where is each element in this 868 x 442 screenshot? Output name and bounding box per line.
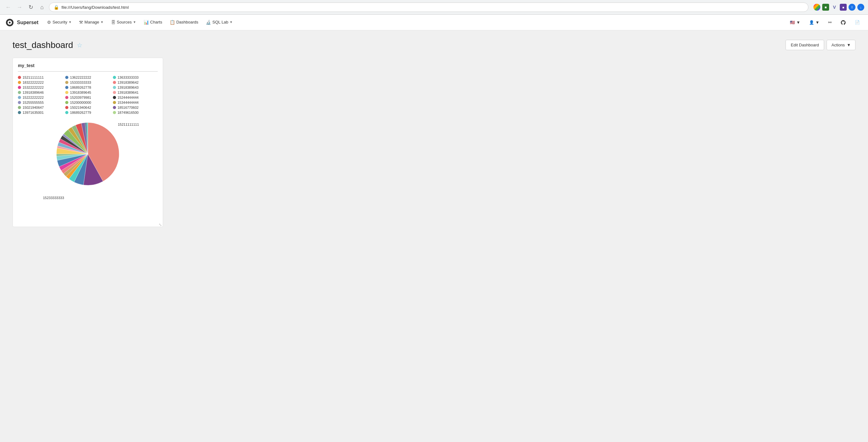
legend-label: 13918389645 [70, 91, 91, 94]
nav-item-sqllab[interactable]: 🔬 SQL Lab ▼ [202, 15, 237, 30]
legend-dot [65, 101, 68, 104]
nav-items: ⚙ Security ▼ ⚒ Manage ▼ 🗄 Sources ▼ 📊 Ch… [43, 15, 787, 30]
legend-label: 13918389646 [23, 91, 43, 94]
legend-item: 13918389646 [18, 91, 63, 94]
legend-item: 13622222222 [65, 75, 110, 79]
language-selector[interactable]: 🇺🇸 ▼ [787, 18, 803, 27]
edit-dashboard-button[interactable]: Edit Dashboard [785, 40, 825, 50]
legend-dot [65, 81, 68, 84]
legend-item: 15021940642 [65, 106, 110, 109]
address-bar[interactable]: 🔒 file:///Users/fang/Downloads/test.html [49, 2, 808, 12]
legend-label: 15244444444 [118, 96, 138, 99]
legend-item: 13918389643 [113, 86, 158, 89]
reload-button[interactable]: ↻ [26, 3, 35, 11]
legend-item: 15333333333 [65, 81, 110, 84]
nav-item-security[interactable]: ⚙ Security ▼ [43, 15, 75, 30]
info-icon[interactable]: 📄 [852, 18, 863, 27]
nav-item-charts[interactable]: 📊 Charts [140, 15, 166, 30]
home-button[interactable]: ⌂ [38, 3, 46, 11]
legend-dot [18, 81, 21, 84]
legend-item: 15344444444 [113, 101, 158, 104]
back-button[interactable]: ← [4, 3, 12, 11]
ext-download-icon[interactable]: ↓ [857, 4, 864, 11]
sqllab-chevron-icon: ▼ [229, 20, 233, 24]
pie-chart-svg [53, 120, 122, 188]
legend-dot [113, 91, 116, 94]
extensions-area: ■ V ■ I ↓ [813, 4, 864, 11]
github-icon[interactable] [837, 18, 849, 27]
legend-label: 13918389643 [118, 86, 138, 89]
resize-handle[interactable]: ⤡ [159, 223, 162, 226]
legend-item: 15203979981 [65, 96, 110, 99]
app-logo[interactable]: Superset [5, 18, 38, 27]
dashboard-actions-area: Edit Dashboard Actions ▼ [785, 40, 856, 50]
nav-right: 🇺🇸 ▼ 👤 ▼ ⚯ 📄 [787, 18, 863, 27]
dashboard-title: test_dashboard [12, 40, 73, 50]
app-logo-text: Superset [17, 20, 38, 25]
forward-button[interactable]: → [15, 3, 24, 11]
sources-chevron-icon: ▼ [133, 20, 136, 24]
ext-puzzle-icon[interactable]: ■ [840, 4, 847, 11]
legend-item: 18322222222 [18, 81, 63, 84]
legend-dot [113, 96, 116, 99]
app-navbar: Superset ⚙ Security ▼ ⚒ Manage ▼ 🗄 Sourc… [0, 15, 868, 30]
legend-dot [113, 81, 116, 84]
legend-item: 18516770602 [113, 106, 158, 109]
legend-dot [65, 106, 68, 109]
legend-label: 18322222222 [23, 81, 43, 84]
dashboard-title-area: test_dashboard ☆ [12, 40, 83, 50]
legend-item: 13633333333 [113, 75, 158, 79]
legend-dot [18, 106, 21, 109]
legend-label: 15333333333 [70, 81, 91, 84]
nav-item-sources[interactable]: 🗄 Sources ▼ [107, 15, 140, 30]
legend-label: 18689262779 [70, 110, 91, 115]
legend-dot [113, 101, 116, 104]
legend-item: 15222222222 [18, 96, 63, 99]
legend-item: 18689262778 [65, 86, 110, 89]
ext-shield-icon[interactable]: ■ [822, 4, 829, 11]
legend-dot [18, 76, 21, 79]
charts-nav-icon: 📊 [144, 20, 149, 25]
dashboards-label: Dashboards [176, 20, 198, 25]
nav-item-dashboards[interactable]: 📋 Dashboards [166, 15, 202, 30]
ext-v-icon[interactable]: V [831, 4, 838, 11]
legend-label: 13622222222 [70, 75, 91, 79]
legend-dot [65, 86, 68, 89]
legend-label: 15203979981 [70, 96, 91, 99]
dashboards-nav-icon: 📋 [169, 20, 175, 25]
legend-label: 15222222222 [23, 96, 43, 99]
legend-dot [18, 111, 21, 114]
legend-item: 13971635001 [18, 110, 63, 115]
chevron-user-icon: ▼ [815, 20, 819, 25]
ext-colorful-icon[interactable] [813, 4, 820, 11]
chart-title: my_test [18, 63, 158, 72]
browser-chrome: ← → ↻ ⌂ 🔒 file:///Users/fang/Downloads/t… [0, 0, 868, 15]
manage-label: Manage [84, 20, 99, 25]
legend-dot [113, 111, 116, 114]
legend-item: 15021940647 [18, 106, 63, 109]
legend-label: 13633333333 [118, 75, 138, 79]
legend-label: 15021940642 [70, 106, 91, 109]
legend-label: 15255555555 [23, 101, 43, 104]
favorite-star-icon[interactable]: ☆ [77, 41, 83, 49]
legend-dot [65, 111, 68, 114]
ext-avatar-icon[interactable]: I [848, 4, 856, 11]
superset-logo-icon [5, 18, 14, 27]
pie-label-main: 15211111111 [118, 123, 139, 126]
manage-chevron-icon: ▼ [100, 20, 103, 24]
legend-item: 13918389641 [113, 91, 158, 94]
chevron-lang-icon: ▼ [796, 20, 800, 25]
nav-item-manage[interactable]: ⚒ Manage ▼ [75, 15, 107, 30]
legend-dot [113, 76, 116, 79]
legend-label: 18689262778 [70, 86, 91, 89]
legend-label: 15200000000 [70, 101, 91, 104]
user-menu[interactable]: 👤 ▼ [806, 18, 823, 27]
fork-icon[interactable]: ⚯ [825, 18, 835, 27]
legend-label: 15021940647 [23, 106, 43, 109]
security-nav-icon: ⚙ [47, 20, 51, 25]
actions-chevron-icon: ▼ [847, 43, 851, 48]
legend-item: 15255555555 [18, 101, 63, 104]
actions-button[interactable]: Actions ▼ [827, 40, 856, 50]
legend-label: 13918389641 [118, 91, 138, 94]
main-content: test_dashboard ☆ Edit Dashboard Actions … [0, 30, 868, 441]
